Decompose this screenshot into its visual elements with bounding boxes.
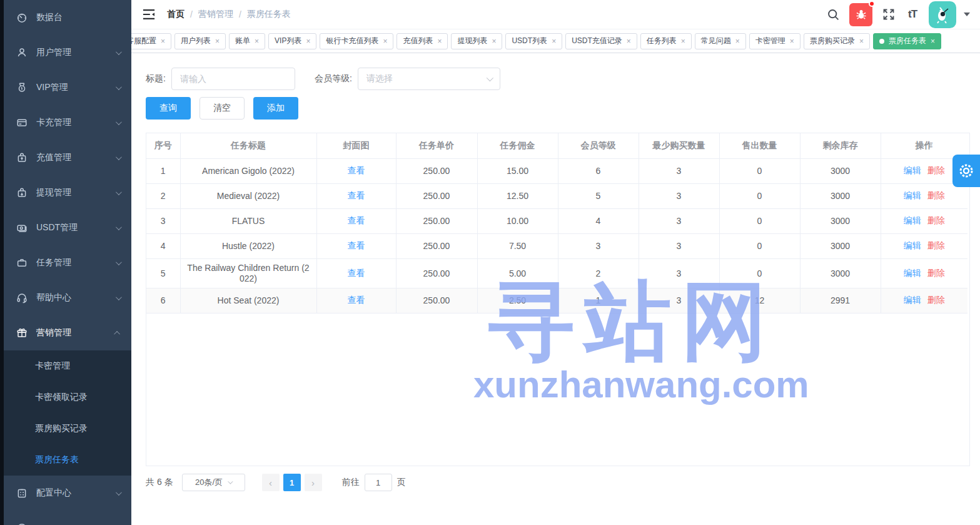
close-icon[interactable]: ×	[552, 37, 556, 46]
tab-user-list[interactable]: 用户列表×	[174, 33, 226, 49]
close-icon[interactable]: ×	[681, 37, 685, 46]
sidebar-item-withdraw[interactable]: 提现管理	[4, 175, 131, 210]
view-cover-link[interactable]: 查看	[348, 165, 365, 175]
submenu-item-boxoffice-tasks[interactable]: 票房任务表	[4, 444, 131, 476]
circle-icon	[16, 522, 28, 525]
sidebar-item-label: 用户管理	[36, 47, 116, 58]
bug-report-button[interactable]	[849, 3, 872, 26]
tab-bills[interactable]: 账单×	[229, 33, 265, 49]
close-icon[interactable]: ×	[215, 37, 220, 46]
headset-icon	[16, 292, 28, 303]
sidebar-item-recharge[interactable]: 充值管理	[4, 140, 131, 175]
tab-usdt-list[interactable]: USDT列表×	[505, 33, 562, 49]
avatar-dropdown-caret[interactable]	[964, 13, 970, 16]
tab-boxoffice-tasks-active[interactable]: 票房任务表×	[873, 33, 941, 49]
close-icon[interactable]: ×	[735, 37, 740, 46]
clear-button[interactable]: 清空	[200, 97, 245, 120]
close-icon[interactable]: ×	[437, 37, 442, 46]
close-icon[interactable]: ×	[161, 37, 165, 46]
tab-boxoffice-purchases[interactable]: 票房购买记录×	[804, 33, 870, 49]
sidebar-item-partial[interactable]	[4, 511, 131, 525]
edit-link[interactable]: 编辑	[904, 295, 921, 305]
view-cover-link[interactable]: 查看	[348, 268, 365, 278]
add-button[interactable]: 添加	[253, 97, 298, 120]
dashboard-icon	[16, 12, 28, 23]
chevron-down-icon	[116, 189, 122, 195]
chevron-down-icon	[116, 294, 122, 300]
delete-link[interactable]: 删除	[927, 165, 945, 175]
tab-withdraw-list[interactable]: 提现列表×	[451, 33, 502, 49]
tab-faq[interactable]: 常见问题×	[695, 33, 746, 49]
page-size-select[interactable]: 20条/页	[182, 474, 245, 491]
font-size-icon[interactable]: tT	[905, 7, 920, 22]
table-row: 1 American Gigolo (2022) 查看 250.00 15.00…	[146, 158, 967, 183]
sidebar-item-vip[interactable]: VIP管理	[4, 70, 131, 105]
table-row: 2 Medieval (2022) 查看 250.00 12.50 5 3 0 …	[146, 183, 967, 208]
sidebar-item-marketing[interactable]: 营销管理	[4, 315, 131, 350]
close-icon[interactable]: ×	[255, 37, 259, 46]
breadcrumb-marketing[interactable]: 营销管理	[198, 9, 233, 20]
edit-link[interactable]: 编辑	[904, 240, 921, 250]
fullscreen-icon[interactable]	[881, 7, 896, 22]
marketing-submenu: 卡密管理 卡密领取记录 票房购买记录 票房任务表	[4, 350, 131, 476]
submenu-item-card-keys[interactable]: 卡密管理	[4, 350, 131, 382]
delete-link[interactable]: 删除	[927, 268, 945, 278]
close-icon[interactable]: ×	[383, 37, 387, 46]
table-header-row: 序号 任务标题 封面图 任务单价 任务佣金 会员等级 最少购买数量 售出数量 剩…	[146, 133, 967, 158]
sidebar-collapse-icon[interactable]	[142, 8, 156, 21]
close-icon[interactable]: ×	[306, 37, 310, 46]
sidebar-item-card-recharge[interactable]: 卡充管理	[4, 105, 131, 140]
submenu-item-card-key-records[interactable]: 卡密领取记录	[4, 382, 131, 413]
tab-recharge-list[interactable]: 充值列表×	[397, 33, 448, 49]
tab-task-list[interactable]: 任务列表×	[640, 33, 692, 49]
view-cover-link[interactable]: 查看	[348, 240, 365, 250]
col-stock: 剩余库存	[800, 133, 881, 158]
view-cover-link[interactable]: 查看	[348, 295, 365, 305]
view-cover-link[interactable]: 查看	[348, 215, 365, 225]
tab-usdt-recharge-records[interactable]: USDT充值记录×	[565, 33, 637, 49]
page-content: 标题: 会员等级: 请选择 查询 清空 添加	[131, 53, 980, 525]
tasks-table: 序号 任务标题 封面图 任务单价 任务佣金 会员等级 最少购买数量 售出数量 剩…	[146, 133, 967, 313]
sidebar-item-help[interactable]: 帮助中心	[4, 280, 131, 315]
close-icon[interactable]: ×	[790, 37, 794, 46]
query-button[interactable]: 查询	[146, 97, 191, 120]
chevron-down-icon	[116, 49, 122, 55]
close-icon[interactable]: ×	[931, 37, 935, 46]
avatar[interactable]	[929, 1, 956, 28]
sidebar-item-dashboard[interactable]: 数据台	[4, 0, 131, 35]
edit-link[interactable]: 编辑	[904, 268, 921, 278]
current-page-button[interactable]: 1	[283, 474, 301, 491]
sidebar-item-config[interactable]: 配置中心	[4, 476, 131, 511]
topbar: 首页 / 营销管理 / 票房任务表	[131, 0, 980, 29]
active-tab-dot	[879, 39, 884, 44]
level-filter-select[interactable]: 请选择	[358, 68, 500, 90]
settings-fab-button[interactable]	[952, 155, 980, 187]
view-cover-link[interactable]: 查看	[348, 190, 365, 200]
close-icon[interactable]: ×	[492, 37, 496, 46]
tab-bank-recharge-list[interactable]: 银行卡充值列表×	[320, 33, 393, 49]
sidebar-item-usdt[interactable]: USDT管理	[4, 210, 131, 245]
title-filter-input[interactable]	[171, 68, 295, 90]
table-row: 5 The Railway Children Return (2022) 查看 …	[146, 258, 967, 288]
goto-page-input[interactable]	[365, 474, 392, 491]
submenu-item-boxoffice-purchases[interactable]: 票房购买记录	[4, 413, 131, 444]
edit-link[interactable]: 编辑	[904, 190, 921, 200]
delete-link[interactable]: 删除	[927, 215, 945, 225]
tab-customer-service-config[interactable]: 客服配置×	[131, 33, 171, 49]
close-icon[interactable]: ×	[859, 37, 864, 46]
edit-link[interactable]: 编辑	[904, 215, 921, 225]
next-page-button[interactable]: ›	[305, 474, 322, 491]
sidebar-item-users[interactable]: 用户管理	[4, 35, 131, 70]
delete-link[interactable]: 删除	[927, 240, 945, 250]
delete-link[interactable]: 删除	[927, 295, 945, 305]
tab-vip-list[interactable]: VIP列表×	[268, 33, 316, 49]
edit-link[interactable]: 编辑	[904, 165, 921, 175]
sidebar-item-tasks[interactable]: 任务管理	[4, 245, 131, 280]
tab-card-keys[interactable]: 卡密管理×	[749, 33, 801, 49]
prev-page-button[interactable]: ‹	[262, 474, 280, 491]
delete-link[interactable]: 删除	[927, 190, 945, 200]
close-icon[interactable]: ×	[627, 37, 631, 46]
breadcrumb-home[interactable]: 首页	[167, 9, 184, 20]
search-icon[interactable]	[826, 7, 841, 22]
banknote-icon	[16, 222, 28, 233]
